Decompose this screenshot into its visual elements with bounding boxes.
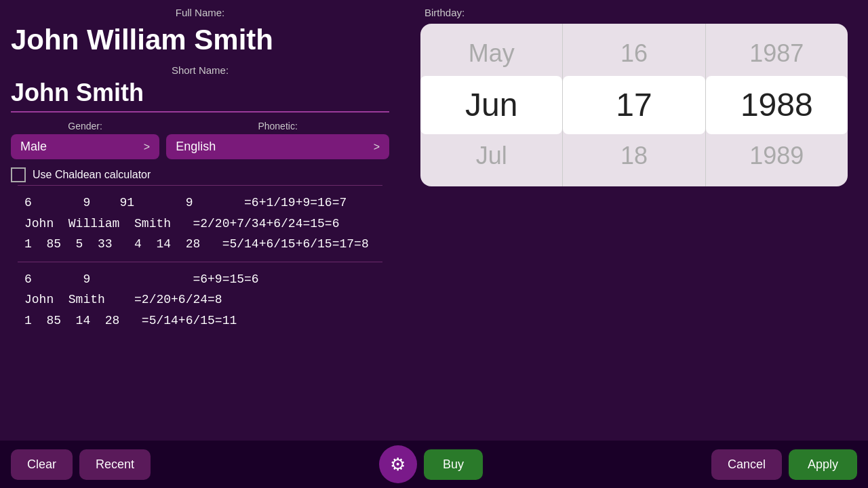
birthday-label: Birthday: (425, 7, 465, 18)
gender-dropdown[interactable]: Male > (11, 134, 159, 159)
recent-button[interactable]: Recent (79, 449, 151, 480)
gender-block: Gender: Male > (11, 121, 159, 159)
chaldean-row: Use Chaldean calculator (11, 167, 389, 182)
bottom-bar: Clear Recent ⚙ Buy Cancel Apply (0, 441, 868, 488)
bottom-right: Cancel Apply (711, 449, 857, 480)
bottom-left: Clear Recent (11, 449, 151, 480)
phonetic-value: English (176, 140, 216, 154)
num-block1-row1: 6 9 91 9 =6+1/19+9=16=7 (24, 192, 376, 214)
numerology-block1: 6 9 91 9 =6+1/19+9=16=7 John William Smi… (18, 185, 382, 262)
day-item-16[interactable]: 16 (563, 32, 705, 76)
date-picker[interactable]: May Jun Jul 16 17 18 1987 1988 1989 (420, 24, 848, 186)
apply-button[interactable]: Apply (789, 449, 857, 480)
phonetic-label: Phonetic: (258, 121, 297, 131)
num-block1-row3: 1 85 5 33 4 14 28 =5/14+6/15+6/15=17=8 (24, 234, 376, 255)
month-picker-col[interactable]: May Jun Jul (420, 24, 563, 186)
year-item-1989[interactable]: 1989 (706, 134, 848, 178)
short-name-label: Short Name: (11, 64, 389, 76)
cancel-button[interactable]: Cancel (711, 449, 782, 480)
num-block2-row1: 6 9 =6+9=15=6 (24, 269, 376, 290)
bottom-center: ⚙ Buy (379, 445, 483, 483)
month-item-may[interactable]: May (420, 32, 562, 76)
right-panel: Birthday: May Jun Jul 16 17 18 1987 1988 (400, 0, 868, 441)
num-block2-row2: John Smith =2/20+6/24=8 (24, 289, 376, 310)
numerology-section: 6 9 91 9 =6+1/19+9=16=7 John William Smi… (11, 185, 389, 338)
settings-button[interactable]: ⚙ (379, 445, 417, 483)
chaldean-label: Use Chaldean calculator (33, 169, 151, 181)
phonetic-arrow-icon: > (374, 141, 380, 153)
day-picker-col[interactable]: 16 17 18 (563, 24, 705, 186)
year-picker-col[interactable]: 1987 1988 1989 (706, 24, 848, 186)
clear-button[interactable]: Clear (11, 449, 73, 480)
year-item-1987[interactable]: 1987 (706, 32, 848, 76)
chaldean-checkbox[interactable] (11, 167, 26, 182)
year-item-1988[interactable]: 1988 (706, 76, 848, 134)
day-item-17[interactable]: 17 (563, 76, 705, 134)
month-item-jun[interactable]: Jun (420, 76, 562, 134)
full-name-label: Full Name: (11, 7, 389, 18)
gender-label: Gender: (68, 121, 102, 131)
gear-icon: ⚙ (390, 454, 406, 475)
num-block1-row2: John William Smith =2/20+7/34+6/24=15=6 (24, 214, 376, 235)
phonetic-block: Phonetic: English > (166, 121, 389, 159)
main-layout: Full Name: John William Smith Short Name… (0, 0, 868, 488)
full-name-value: John William Smith (11, 21, 389, 59)
gender-phonetic-row: Gender: Male > Phonetic: English > (11, 121, 389, 159)
phonetic-dropdown[interactable]: English > (166, 134, 389, 159)
short-name-value: John Smith (11, 79, 389, 113)
gender-arrow-icon: > (144, 141, 150, 153)
numerology-block2: 6 9 =6+9=15=6 John Smith =2/20+6/24=8 1 … (18, 262, 382, 338)
day-item-18[interactable]: 18 (563, 134, 705, 178)
month-item-jul[interactable]: Jul (420, 134, 562, 178)
left-panel: Full Name: John William Smith Short Name… (0, 0, 400, 441)
gender-value: Male (20, 140, 47, 154)
buy-button[interactable]: Buy (424, 449, 483, 480)
top-section: Full Name: John William Smith Short Name… (0, 0, 868, 441)
num-block2-row3: 1 85 14 28 =5/14+6/15=11 (24, 310, 376, 331)
